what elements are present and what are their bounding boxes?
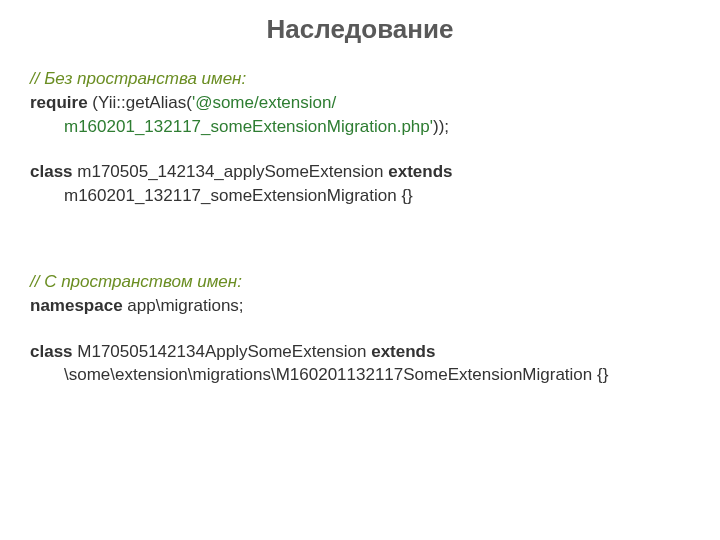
namespace-name: app\migrations; bbox=[127, 296, 243, 315]
keyword-class-2: class bbox=[30, 342, 77, 361]
namespace-line: namespace app\migrations; bbox=[30, 294, 690, 318]
code-block-no-namespace: // Без пространства имен: require (Yii::… bbox=[30, 67, 690, 208]
class-decl-1: class m170505_142134_applySomeExtension … bbox=[30, 160, 690, 208]
parent-class-2: \some\extension\migrations\M160201132117… bbox=[30, 363, 690, 387]
require-close: )); bbox=[433, 117, 449, 136]
require-line: require (Yii::getAlias('@some/extension/… bbox=[30, 91, 690, 139]
keyword-require: require bbox=[30, 93, 92, 112]
keyword-class-1: class bbox=[30, 162, 77, 181]
parent-class-1: m160201_132117_someExtensionMigration {} bbox=[30, 184, 690, 208]
class-name-1: m170505_142134_applySomeExtension bbox=[77, 162, 388, 181]
class-name-2: M170505142134ApplySomeExtension bbox=[77, 342, 371, 361]
code-block-with-namespace: // С пространством имен: namespace app\m… bbox=[30, 270, 690, 387]
page-title: Наследование bbox=[30, 14, 690, 45]
keyword-extends-2: extends bbox=[371, 342, 435, 361]
comment-no-namespace: // Без пространства имен: bbox=[30, 67, 690, 91]
string-path-1: @some/extension/ bbox=[195, 93, 336, 112]
keyword-namespace: namespace bbox=[30, 296, 127, 315]
require-open: (Yii::getAlias( bbox=[92, 93, 192, 112]
class-decl-2: class M170505142134ApplySomeExtension ex… bbox=[30, 340, 690, 388]
string-path-2: m160201_132117_someExtensionMigration.ph… bbox=[64, 117, 430, 136]
comment-with-namespace: // С пространством имен: bbox=[30, 270, 690, 294]
keyword-extends-1: extends bbox=[388, 162, 452, 181]
